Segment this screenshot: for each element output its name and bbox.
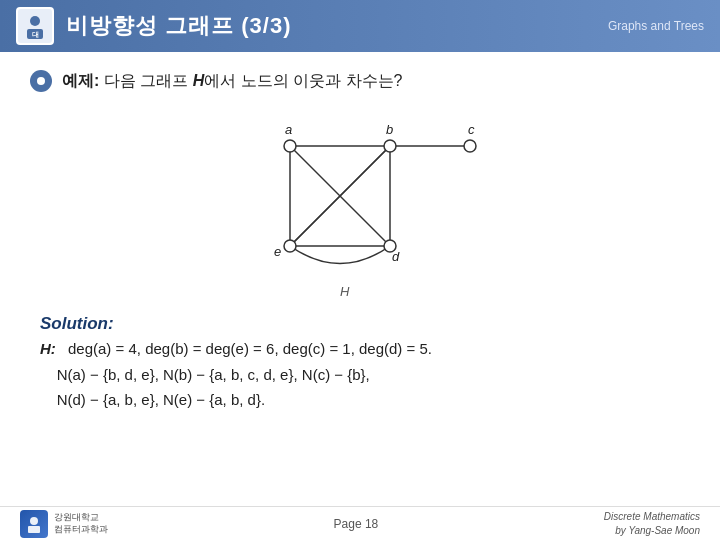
svg-point-12: [284, 140, 296, 152]
svg-text:c: c: [468, 122, 475, 137]
bullet-icon: [30, 70, 52, 92]
graph-area: a b c e d H: [30, 106, 690, 306]
footer: 강원대학교컴퓨터과학과 Page 18 Discrete Mathematics…: [0, 506, 720, 540]
example-text: 예제: 다음 그래프 H에서 노드의 이웃과 차수는?: [62, 71, 402, 92]
university-logo-icon: [23, 513, 45, 535]
page-number: Page 18: [334, 517, 379, 531]
logo-icon: 대: [18, 9, 52, 43]
university-logo: [20, 510, 48, 538]
example-line: 예제: 다음 그래프 H에서 노드의 이웃과 차수는?: [30, 70, 690, 92]
header: 대 비방향성 그래프 (3/3) Graphs and Trees: [0, 0, 720, 52]
svg-point-15: [284, 240, 296, 252]
solution-line-1: H: deg(a) = 4, deg(b) = deg(e) = 6, deg(…: [40, 338, 690, 361]
svg-text:d: d: [392, 249, 400, 264]
svg-text:b: b: [386, 122, 393, 137]
solution-line-3: N(d) − {a, b, e}, N(e) − {a, b, d}.: [40, 389, 690, 412]
svg-text:e: e: [274, 244, 281, 259]
page-title: 비방향성 그래프 (3/3): [66, 11, 291, 41]
graph-svg: a b c e d H: [230, 106, 490, 306]
footer-logo-area: 강원대학교컴퓨터과학과: [20, 510, 108, 538]
main-content: 예제: 다음 그래프 H에서 노드의 이웃과 차수는?: [0, 52, 720, 425]
svg-point-14: [464, 140, 476, 152]
header-subtitle: Graphs and Trees: [608, 18, 704, 35]
solution-label: Solution:: [40, 314, 690, 334]
footer-credit: Discrete Mathematics by Yang-Sae Moon: [604, 510, 700, 538]
solution-section: Solution: H: deg(a) = 4, deg(b) = deg(e)…: [30, 314, 690, 412]
svg-text:대: 대: [32, 31, 39, 38]
university-name: 강원대학교컴퓨터과학과: [54, 512, 108, 535]
svg-point-13: [384, 140, 396, 152]
header-logo: 대: [16, 7, 54, 45]
svg-point-23: [30, 517, 38, 525]
svg-rect-24: [28, 526, 40, 533]
svg-text:a: a: [285, 122, 292, 137]
svg-text:H: H: [340, 284, 350, 299]
svg-point-1: [30, 16, 40, 26]
solution-line-2: N(a) − {b, d, e}, N(b) − {a, b, c, d, e}…: [40, 364, 690, 387]
